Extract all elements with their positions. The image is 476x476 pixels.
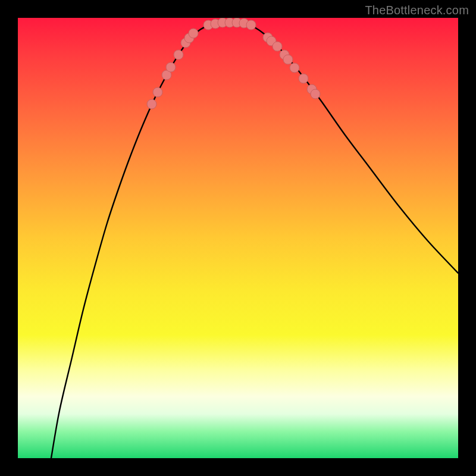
highlight-dot (283, 55, 293, 64)
highlight-dot (166, 62, 176, 72)
plot-area (18, 18, 458, 458)
highlight-dots (147, 18, 320, 109)
highlight-dot (153, 87, 162, 97)
highlight-dot (299, 74, 308, 83)
highlight-dot (290, 63, 299, 73)
highlight-dot (273, 42, 282, 51)
bottleneck-curve (51, 22, 458, 458)
highlight-dot (174, 50, 183, 60)
highlight-dot (246, 20, 256, 30)
outer-frame: TheBottleneck.com (0, 0, 476, 476)
highlight-dot (189, 29, 198, 38)
highlight-dot (311, 89, 320, 99)
chart-svg (18, 18, 458, 458)
watermark-text: TheBottleneck.com (365, 4, 469, 17)
curve-group (51, 22, 458, 458)
highlight-dot (147, 99, 156, 109)
